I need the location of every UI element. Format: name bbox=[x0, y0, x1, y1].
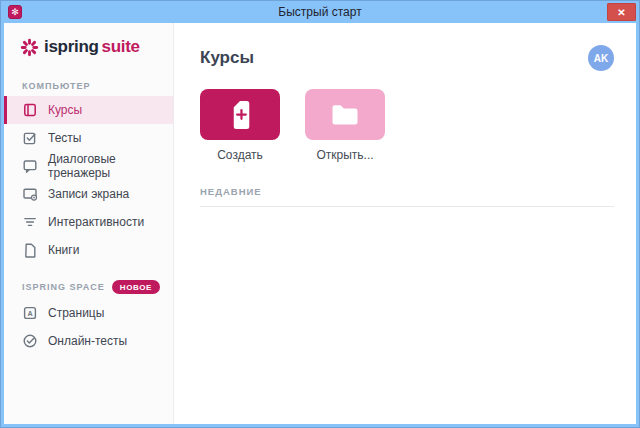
main-panel: Курсы AK С bbox=[174, 23, 636, 424]
section-ispring-space-label: ISPRING SPACE НОВОЕ bbox=[22, 280, 173, 294]
ispring-starburst-icon bbox=[20, 38, 39, 57]
funnel-lines-icon bbox=[22, 214, 38, 230]
recent-section: НЕДАВНИЕ bbox=[200, 186, 614, 207]
sidebar-item-label: Курсы bbox=[48, 103, 82, 117]
check-circle-icon bbox=[22, 333, 38, 349]
page-title: Курсы bbox=[200, 48, 254, 68]
sidebar-item-label: Страницы bbox=[48, 306, 104, 320]
sidebar: ispringsuite КОМПЬЮТЕР Курсы Тесты bbox=[4, 23, 174, 424]
sidebar-item-online-quizzes[interactable]: Онлайн-тесты bbox=[4, 327, 173, 355]
sidebar-item-interactions[interactable]: Интерактивности bbox=[4, 208, 173, 236]
titlebar[interactable]: ✻ Быстрый старт ✕ bbox=[1, 1, 639, 23]
recent-divider bbox=[200, 206, 614, 207]
sidebar-item-label: Тесты bbox=[48, 131, 81, 145]
sidebar-item-pages[interactable]: A Страницы bbox=[4, 299, 173, 327]
window-content: ispringsuite КОМПЬЮТЕР Курсы Тесты bbox=[4, 23, 636, 424]
sidebar-item-courses[interactable]: Курсы bbox=[4, 96, 173, 124]
recent-label: НЕДАВНИЕ bbox=[200, 186, 614, 197]
book-icon bbox=[22, 102, 38, 118]
sidebar-item-dialog-simulations[interactable]: Диалоговые тренажеры bbox=[4, 152, 173, 180]
sidebar-item-quizzes[interactable]: Тесты bbox=[4, 124, 173, 152]
new-badge: НОВОЕ bbox=[112, 280, 160, 294]
logo-product: suite bbox=[102, 37, 140, 56]
main-header: Курсы AK bbox=[200, 45, 614, 71]
logo-brand: ispring bbox=[44, 37, 99, 56]
user-avatar[interactable]: AK bbox=[588, 45, 614, 71]
svg-text:A: A bbox=[27, 309, 32, 318]
folder-icon bbox=[330, 103, 360, 127]
page-a-icon: A bbox=[22, 305, 38, 321]
sidebar-item-label: Интерактивности bbox=[48, 215, 144, 229]
sidebar-item-label: Записи экрана bbox=[48, 187, 129, 201]
sidebar-item-label: Диалоговые тренажеры bbox=[48, 152, 173, 180]
open-label: Открыть... bbox=[316, 148, 373, 162]
ispring-suite-logo: ispringsuite bbox=[4, 31, 173, 63]
section-computer-label: КОМПЬЮТЕР bbox=[22, 81, 173, 91]
chat-bubble-icon bbox=[22, 158, 38, 174]
sidebar-item-label: Онлайн-тесты bbox=[48, 334, 127, 348]
create-action: Создать bbox=[200, 89, 280, 162]
close-icon: ✕ bbox=[617, 7, 625, 18]
sidebar-item-books[interactable]: Книги bbox=[4, 236, 173, 264]
open-action: Открыть... bbox=[305, 89, 385, 162]
close-button[interactable]: ✕ bbox=[607, 3, 636, 21]
sidebar-item-label: Книги bbox=[48, 243, 79, 257]
create-label: Создать bbox=[217, 148, 263, 162]
sidebar-item-screen-recordings[interactable]: Записи экрана bbox=[4, 180, 173, 208]
page-icon bbox=[22, 242, 38, 258]
check-square-icon bbox=[22, 130, 38, 146]
logo-text: ispringsuite bbox=[44, 37, 140, 57]
window-title: Быстрый старт bbox=[1, 1, 639, 23]
action-tiles: Создать Открыть... bbox=[200, 89, 614, 162]
create-course-button[interactable] bbox=[200, 89, 280, 140]
quick-start-window: ✻ Быстрый старт ✕ bbox=[0, 0, 640, 428]
file-plus-icon bbox=[227, 99, 254, 131]
avatar-initials: AK bbox=[594, 53, 608, 64]
screen-record-icon bbox=[22, 186, 38, 202]
open-course-button[interactable] bbox=[305, 89, 385, 140]
